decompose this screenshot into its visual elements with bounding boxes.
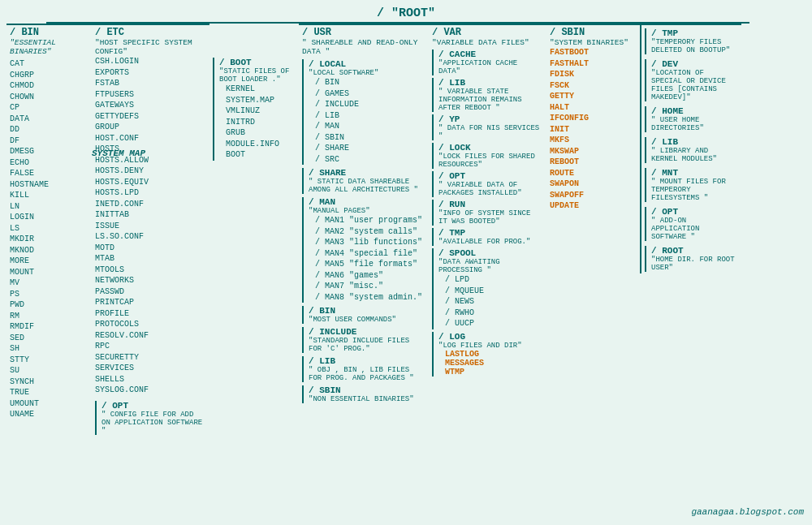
var-log-items: LASTLOG MESSAGES WTMP — [445, 350, 543, 377]
root-title: / "ROOT" — [6, 6, 806, 20]
sbin-items: FASTBOOT FASTHALT FDISK FSCK GETTY HALT … — [550, 47, 637, 212]
var-title: / VAR — [432, 27, 543, 38]
usr-section: / USR " SHAREABLE AND READ-ONLY DATA " /… — [299, 24, 429, 405]
bin-desc: "ESSENTIAL BINARIES" — [10, 38, 89, 56]
etc-opt-desc: " CONFIG FILE FOR ADD ON APPLICATION SOF… — [102, 411, 206, 435]
bin-title: / BIN — [10, 27, 89, 38]
var-section: / VAR "VARIABLE DATA FILES" / CACHE "APP… — [429, 24, 546, 378]
system-map-label: SYSTEM MAP — [92, 148, 145, 158]
var-yp: / YP " DATA FOR NIS SERVICES " — [432, 114, 543, 140]
right-tmp: / TMP "TEMPERORY FILES DELETED ON BOOTUP… — [645, 28, 738, 54]
var-spool-items: / LPD / MQUEUE / NEWS / RWHO / UUCP — [445, 274, 543, 329]
sbin-title: / SBIN — [550, 27, 637, 38]
usr-desc: " SHAREABLE AND READ-ONLY DATA " — [302, 38, 425, 56]
right-lib: / LIB " LIBRARY AND KERNEL MODULES" — [645, 137, 738, 163]
right-dev: / DEV "LOCATION OF SPECIAL OR DEVICE FIL… — [645, 59, 738, 101]
var-spool: / SPOOL "DATA AWAITING PROCESSING " / LP… — [432, 248, 543, 329]
usr-share-desc: " STATIC DATA SHAREABLE AMONG ALL ARCHIT… — [309, 178, 422, 194]
usr-sbin-title: / SBIN — [309, 385, 425, 395]
usr-sbin-desc: "NON ESSENTIAL BINARIES" — [309, 395, 425, 403]
page: { "root": { "title": "/ \"ROOT\"" }, "sy… — [0, 0, 812, 525]
etc-boot-section: / ETC "HOST SPECIFIC SYSTEM CONFIG" CSH.… — [92, 24, 209, 437]
watermark: gaanagaa.blogspot.com — [691, 507, 804, 517]
usr-bin-title: / BIN — [309, 306, 425, 316]
etc-desc: "HOST SPECIFIC SYSTEM CONFIG" — [95, 38, 206, 56]
usr-man-items: / MAN1 "user programs" / MAN2 "system ca… — [315, 215, 425, 303]
usr-include: / INCLUDE "STANDARD INCLUDE FILES FOR 'C… — [302, 327, 425, 353]
usr-local-title: / LOCAL — [309, 59, 425, 69]
var-log: / LOG "LOG FILES AND DIR" LASTLOG MESSAG… — [432, 332, 543, 377]
var-lock: / LOCK "LOCK FILES FOR SHARED RESOURCES" — [432, 143, 543, 169]
usr-include-title: / INCLUDE — [309, 327, 425, 337]
var-opt: / OPT " VARIABLE DATA OF PACKAGES INSTAL… — [432, 171, 543, 197]
var-tmp: / TMP "AVAILABLE FOR PROG." — [432, 228, 543, 246]
etc-opt-title: / OPT — [102, 401, 206, 411]
right-opt: / OPT " ADD-ON APPLICATION SOFTWARE " — [645, 207, 738, 241]
usr-local: / LOCAL "LOCAL SOFTWARE" / BIN / GAMES /… — [302, 59, 425, 165]
boot-section: / BOOT "STATIC FILES OF BOOT LOADER ." K… — [209, 56, 299, 162]
usr-bin: / BIN "MOST USER COMMANDS" — [302, 306, 425, 324]
boot-items: KERNEL SYSTEM.MAP VMLINUZ INITRD GRUB MO… — [226, 84, 296, 161]
usr-bin-desc: "MOST USER COMMANDS" — [309, 316, 425, 324]
usr-lib: / LIB " OBJ , BIN , LIB FILES FOR PROG. … — [302, 356, 425, 382]
right-root: / ROOT "HOME DIR. FOR ROOT USER" — [645, 246, 738, 272]
usr-share-title: / SHARE — [309, 168, 425, 178]
etc-title: / ETC — [95, 27, 206, 38]
etc-opt: / OPT " CONFIG FILE FOR ADD ON APPLICATI… — [95, 401, 206, 435]
usr-local-items: / BIN / GAMES / INCLUDE / LIB / MAN / SB… — [315, 77, 425, 165]
usr-man-desc: "MANUAL PAGES" — [309, 207, 425, 215]
sbin-section: / SBIN "SYSTEM BINARIES" FASTBOOT FASTHA… — [546, 24, 640, 213]
usr-man: / MAN "MANUAL PAGES" / MAN1 "user progra… — [302, 197, 425, 303]
usr-sbin: / SBIN "NON ESSENTIAL BINARIES" — [302, 385, 425, 403]
usr-lib-desc: " OBJ , BIN , LIB FILES FOR PROG. AND PA… — [309, 366, 425, 382]
boot-desc: "STATIC FILES OF BOOT LOADER ." — [219, 67, 296, 84]
boot-title: / BOOT — [219, 58, 296, 67]
right-mnt: / MNT " MOUNT FILES FOR TEMPERORY FILESY… — [645, 168, 738, 202]
var-desc: "VARIABLE DATA FILES" — [432, 38, 543, 47]
bin-items: CAT CHGRP CHMOD CHOWN CP DATA DD DF DMES… — [10, 58, 89, 420]
etc-subsection: / ETC "HOST SPECIFIC SYSTEM CONFIG" CSH.… — [95, 27, 206, 435]
bin-section: / BIN "ESSENTIAL BINARIES" CAT CHGRP CHM… — [6, 24, 92, 422]
usr-title: / USR — [302, 27, 425, 38]
etc-items: CSH.LOGIN EXPORTS FSTAB FTPUSERS GATEWAY… — [95, 56, 206, 396]
sbin-desc: "SYSTEM BINARIES" — [550, 38, 637, 47]
usr-lib-title: / LIB — [309, 356, 425, 366]
usr-include-desc: "STANDARD INCLUDE FILES FOR 'C' PROG." — [309, 337, 425, 353]
usr-share: / SHARE " STATIC DATA SHAREABLE AMONG AL… — [302, 168, 425, 194]
usr-local-desc: "LOCAL SOFTWARE" — [309, 69, 425, 77]
var-run: / RUN "INFO OF SYSTEM SINCE IT WAS BOOTE… — [432, 200, 543, 226]
right-home: / HOME " USER HOME DIRECTORIES" — [645, 106, 738, 132]
var-cache: / CACHE "APPLICATION CACHE DATA" — [432, 49, 543, 75]
usr-man-title: / MAN — [309, 197, 425, 207]
right-section: / TMP "TEMPERORY FILES DELETED ON BOOTUP… — [640, 24, 741, 273]
var-lib: / LIB " VARIABLE STATE INFORMATION REMAI… — [432, 78, 543, 112]
